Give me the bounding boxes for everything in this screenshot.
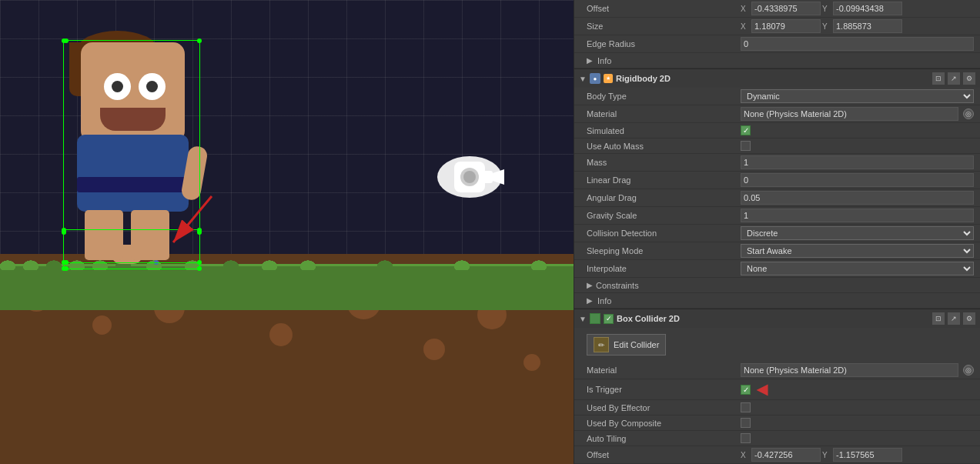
collider-handle[interactable]	[197, 266, 202, 271]
edit-collider-button[interactable]: ✏ Edit Collider	[587, 334, 666, 356]
x-label: X	[741, 451, 750, 459]
auto-tiling-checkbox[interactable]	[741, 433, 751, 443]
sleeping-mode-select[interactable]: Start Awake Start Asleep Never Sleep	[741, 244, 974, 258]
ground-dot	[269, 323, 293, 346]
material-field: ◎	[741, 107, 974, 121]
interpolate-label: Interpolate	[587, 264, 741, 273]
game-viewport	[0, 0, 574, 464]
box-collider-section: ▼ ✓ Box Collider 2D ⊡ ↗ ⚙ ✏ Edit Collide…	[574, 309, 980, 464]
size-row: Size X Y	[574, 18, 980, 35]
info-arrow-icon: ▶	[587, 56, 593, 65]
offset-y-field: Y	[822, 2, 902, 15]
collider-handle[interactable]	[64, 266, 69, 271]
rigidbody-copy-btn[interactable]: ⊡	[932, 72, 945, 85]
size-xy-fields: X Y	[741, 19, 974, 33]
mass-label: Mass	[587, 158, 741, 167]
selection-handle[interactable]	[197, 38, 202, 43]
svg-point-5	[463, 171, 476, 183]
material-pick-btn[interactable]: ◎	[963, 108, 974, 119]
bc-offset-x-input[interactable]	[751, 448, 821, 462]
bc-material-field: ◎	[741, 363, 974, 377]
rigidbody-link-btn[interactable]: ↗	[948, 72, 960, 85]
offset-x-input[interactable]	[751, 2, 821, 15]
camera-icon	[435, 154, 504, 211]
collider-handle[interactable]	[62, 230, 66, 235]
box-collider-header: ▼ ✓ Box Collider 2D ⊡ ↗ ⚙	[574, 309, 980, 328]
simulated-label: Simulated	[587, 126, 741, 135]
grass-ground	[0, 264, 574, 310]
selection-handle[interactable]	[64, 38, 69, 43]
bc-offset-xy-fields: X Y	[741, 448, 974, 462]
use-auto-mass-label: Use Auto Mass	[587, 142, 741, 151]
interpolate-select[interactable]: None Interpolate Extrapolate	[741, 262, 974, 275]
sleeping-mode-label: Sleeping Mode	[587, 246, 741, 255]
simulated-checkbox[interactable]: ✓	[741, 125, 751, 135]
offset-label: Offset	[587, 4, 741, 13]
offset-row: Offset X Y	[574, 0, 980, 18]
x-label: X	[741, 5, 750, 13]
y-label: Y	[822, 5, 831, 13]
use-auto-mass-checkbox[interactable]	[741, 141, 751, 151]
box-collider-title: Box Collider 2D	[617, 314, 929, 323]
info-row-top[interactable]: ▶ Info	[574, 53, 980, 68]
collider-selection-box	[63, 229, 200, 269]
box-collider-link-btn[interactable]: ↗	[948, 312, 960, 325]
bc-material-pick-btn[interactable]: ◎	[963, 365, 974, 376]
material-input[interactable]	[741, 107, 958, 121]
is-trigger-checkbox[interactable]: ✓	[741, 385, 751, 395]
size-y-input[interactable]	[833, 19, 902, 33]
edit-collider-icon: ✏	[594, 337, 609, 352]
bc-material-label: Material	[587, 366, 741, 375]
body-type-row: Body Type Dynamic Kinematic Static	[574, 88, 980, 105]
edge-radius-label: Edge Radius	[587, 39, 741, 48]
angular-drag-label: Angular Drag	[587, 193, 741, 202]
top-component-section: Offset X Y Size X Y	[574, 0, 980, 69]
size-label: Size	[587, 22, 741, 31]
gravity-scale-input[interactable]	[741, 209, 974, 222]
size-x-input[interactable]	[751, 19, 821, 33]
ground-dot	[92, 315, 112, 335]
linear-drag-row: Linear Drag	[574, 172, 980, 189]
constraints-row[interactable]: ▶ Constraints	[574, 278, 980, 293]
offset-x-field: X	[741, 2, 821, 15]
collider-handle[interactable]	[197, 230, 202, 235]
collision-detection-select[interactable]: Discrete Continuous	[741, 226, 974, 240]
bc-material-input[interactable]	[741, 363, 958, 377]
bc-offset-y-input[interactable]	[833, 448, 902, 462]
bc-offset-y-field: Y	[822, 448, 902, 462]
ground-dot	[523, 354, 540, 371]
simulated-row: Simulated ✓	[574, 123, 980, 139]
used-by-composite-checkbox[interactable]	[741, 418, 751, 428]
size-y-field: Y	[822, 19, 902, 33]
used-by-effector-checkbox[interactable]	[741, 402, 751, 412]
constraints-label: Constraints	[596, 281, 639, 290]
info-row-rigidbody[interactable]: ▶ Info	[574, 293, 980, 309]
constraints-arrow-icon: ▶	[587, 281, 593, 289]
auto-tiling-label: Auto Tiling	[587, 434, 741, 443]
used-by-effector-label: Used By Effector	[587, 403, 741, 412]
rigidbody-header: ▼ ● ★ Rigidbody 2D ⊡ ↗ ⚙	[574, 69, 980, 88]
use-auto-mass-row: Use Auto Mass	[574, 139, 980, 154]
mass-input[interactable]	[741, 155, 974, 169]
angular-drag-input[interactable]	[741, 191, 974, 205]
offset-y-input[interactable]	[833, 2, 902, 15]
edit-collider-container: ✏ Edit Collider	[574, 328, 980, 362]
rigidbody-arrow-icon: ▼	[579, 75, 587, 83]
inspector-red-arrow: ◀	[757, 381, 768, 398]
linear-drag-input[interactable]	[741, 173, 974, 187]
box-collider-menu-btn[interactable]: ⚙	[963, 312, 975, 325]
rigidbody-menu-btn[interactable]: ⚙	[963, 72, 975, 85]
svg-rect-6	[481, 171, 493, 183]
edge-radius-input[interactable]	[741, 37, 974, 51]
mass-row: Mass	[574, 154, 980, 172]
box-collider-copy-btn[interactable]: ⊡	[932, 312, 945, 325]
box-collider-arrow-icon: ▼	[579, 315, 587, 323]
box-collider-icon	[590, 313, 600, 324]
material-row: Material ◎	[574, 105, 980, 123]
body-type-label: Body Type	[587, 92, 741, 101]
inspector-panel: Offset X Y Size X Y	[574, 0, 980, 464]
box-collider-enabled-checkbox[interactable]: ✓	[604, 314, 614, 324]
y-label: Y	[822, 451, 831, 459]
offset-xy-fields: X Y	[741, 2, 974, 15]
body-type-select[interactable]: Dynamic Kinematic Static	[741, 89, 974, 103]
